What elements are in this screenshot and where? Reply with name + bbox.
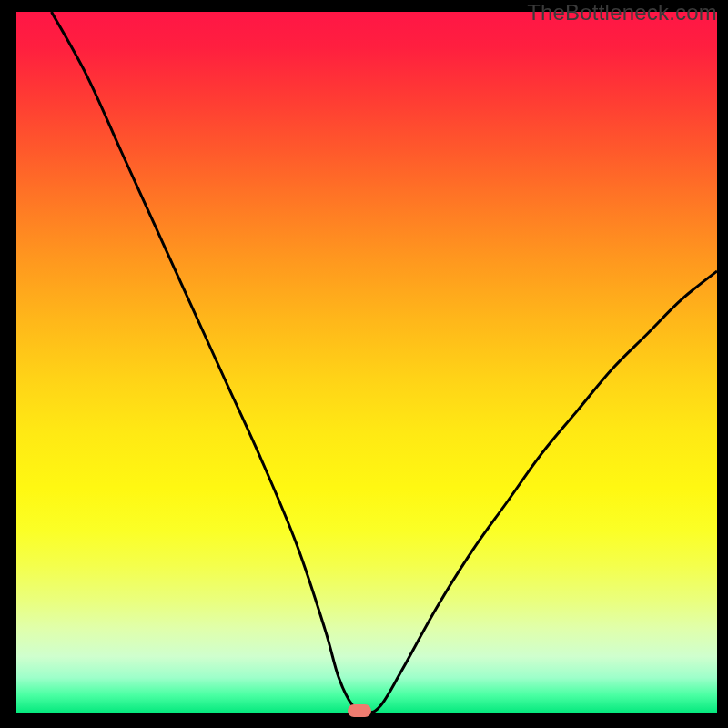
optimum-marker bbox=[348, 704, 371, 717]
bottleneck-curve bbox=[16, 12, 717, 713]
curve-path bbox=[52, 12, 718, 713]
watermark-text: TheBottleneck.com bbox=[527, 0, 717, 25]
plot-area bbox=[16, 12, 717, 713]
chart-stage: TheBottleneck.com bbox=[0, 0, 728, 728]
